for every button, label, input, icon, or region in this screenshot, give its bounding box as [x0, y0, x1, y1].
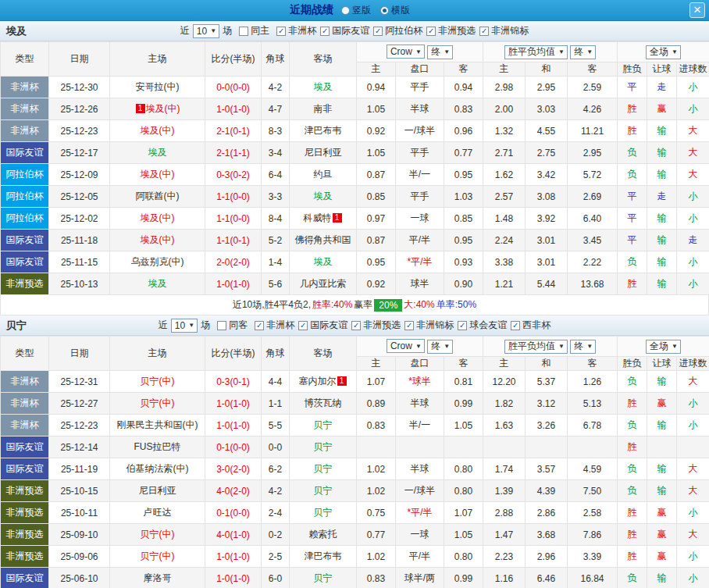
vertical-layout-radio[interactable]: 竖版 — [341, 4, 371, 17]
wdl-final-select[interactable]: 终▼ — [570, 45, 596, 59]
date-cell: 25-12-27 — [49, 393, 110, 415]
date-cell: 25-11-18 — [49, 230, 110, 251]
col-score: 比分(半场) — [205, 42, 262, 77]
avg-draw-cell: 5.37 — [526, 371, 568, 393]
away-team-cell: 尼日利亚 — [290, 142, 357, 164]
type-cell: 非洲预选 — [1, 480, 49, 502]
scope-select[interactable]: 全场▼ — [646, 45, 681, 59]
competition-checkbox[interactable]: ✓非洲预选 — [351, 319, 401, 332]
team-name: 贝宁 — [6, 319, 27, 333]
home-team-cell: 埃及(中) — [110, 120, 205, 142]
chevron-down-icon: ▼ — [444, 343, 450, 350]
competition-checkbox[interactable]: ✓非洲锦标 — [404, 319, 454, 332]
avg-away-cell: 11.21 — [568, 120, 618, 142]
goals-result-cell: 小 — [677, 208, 709, 230]
goals-result-cell: 小 — [677, 77, 709, 98]
competition-checkbox[interactable]: ✓非洲杯 — [276, 24, 316, 37]
competition-checkbox[interactable]: ✓非洲杯 — [255, 319, 294, 332]
competition-checkbox[interactable]: ✓非洲预选 — [426, 24, 476, 37]
away-odds-cell: 0.85 — [444, 208, 483, 230]
match-count-select[interactable]: 10 ▼ — [193, 24, 219, 38]
date-cell: 25-09-06 — [49, 546, 110, 568]
away-odds-cell: 1.05 — [444, 415, 483, 437]
bookmaker-select[interactable]: Crow▼ — [387, 45, 425, 59]
type-cell: 非洲杯 — [1, 120, 49, 142]
home-odds-cell: 0.89 — [357, 393, 396, 415]
avg-home-cell: 1.32 — [483, 120, 526, 142]
match-count-select[interactable]: 10 ▼ — [171, 319, 198, 333]
col-date: 日期 — [49, 337, 110, 371]
wdl-result-cell: 负 — [618, 371, 647, 393]
away-odds-cell: 1.07 — [444, 502, 483, 524]
score-cell: 0-0(0-0) — [205, 77, 262, 98]
match-row: 非洲预选25-10-15尼日利亚4-0(2-0)4-2贝宁1.02一/球半0.8… — [1, 480, 709, 502]
goals-result-cell: 小 — [677, 502, 709, 524]
unit-label: 场 — [201, 319, 210, 332]
competition-checkbox[interactable]: ✓国际友谊 — [298, 319, 347, 332]
home-team-cell: 安哥拉(中) — [110, 77, 205, 98]
wdl-final-select[interactable]: 终▼ — [570, 340, 596, 354]
home-odds-cell: 0.83 — [357, 415, 396, 437]
scope-select[interactable]: 全场▼ — [646, 340, 681, 354]
away-odds-cell: 0.81 — [444, 371, 483, 393]
avg-home-cell: 2.88 — [483, 502, 526, 524]
competition-checkbox[interactable]: ✓球会友谊 — [458, 319, 507, 332]
handicap-result-cell: 输 — [647, 458, 677, 480]
competition-checkbox[interactable]: ✓国际友谊 — [320, 24, 369, 37]
same-venue-checkbox[interactable]: 同客 — [217, 319, 248, 332]
handicap-cell: *平/半 — [396, 251, 444, 273]
sub-wdl: 胜负 — [618, 357, 647, 371]
close-button[interactable]: ✕ — [689, 2, 705, 18]
wdl-result-cell: 胜 — [618, 393, 647, 415]
wdl-result-cell: 胜 — [618, 437, 647, 458]
avg-away-cell: 4.26 — [568, 98, 618, 120]
competition-checkbox[interactable]: ✓非洲锦标 — [479, 24, 529, 37]
checkbox-icon — [217, 321, 226, 330]
corner-cell: 6-2 — [262, 458, 290, 480]
avg-draw-cell: 3.92 — [526, 208, 568, 230]
handicap-cell: 球半 — [396, 273, 444, 295]
horizontal-layout-radio[interactable]: 横版 — [380, 4, 410, 17]
competition-filters: ✓非洲杯✓国际友谊✓阿拉伯杯✓非洲预选✓非洲锦标 — [273, 24, 529, 37]
sub-let: 让球 — [647, 357, 677, 371]
type-cell: 国际友谊 — [1, 251, 49, 273]
handicap-result-cell: 走 — [647, 77, 677, 98]
score-cell: 1-0(1-0) — [205, 415, 262, 437]
score-cell: 2-1(1-1) — [205, 142, 262, 164]
handicap-cell: 半/一 — [396, 415, 444, 437]
checkbox-icon: ✓ — [404, 321, 414, 330]
away-odds-cell: 0.95 — [444, 230, 483, 251]
handicap-cell: 平手 — [396, 186, 444, 208]
wdl-result-cell: 平 — [618, 208, 647, 230]
wdl-result-cell: 平 — [618, 230, 647, 251]
section-header-bar: 埃及 近 10 ▼ 场 同主 ✓非洲杯✓国际友谊✓阿拉伯杯✓非洲预选✓非洲锦标 — [0, 21, 709, 41]
competition-checkbox[interactable]: ✓西非杯 — [511, 319, 550, 332]
avg-away-cell: 3.45 — [568, 230, 618, 251]
corner-cell: 6-4 — [262, 164, 290, 186]
handicap-cell: 球半/两 — [396, 568, 444, 588]
checkbox-icon: ✓ — [255, 321, 264, 330]
handicap-result-cell: 赢 — [647, 502, 677, 524]
wdl-avg-select[interactable]: 胜平负均值▼ — [504, 45, 568, 59]
competition-label: 非洲杯 — [266, 319, 294, 332]
away-team-cell: 科威特1 — [290, 208, 357, 230]
date-cell: 25-12-23 — [49, 415, 110, 437]
avg-away-cell: 2.22 — [568, 251, 618, 273]
avg-home-cell: 2.24 — [483, 230, 526, 251]
same-venue-checkbox[interactable]: 同主 — [239, 24, 269, 37]
goals-result-cell: 大 — [677, 458, 709, 480]
final-odds-select[interactable]: 终▼ — [427, 45, 453, 59]
away-odds-cell: 0.90 — [444, 273, 483, 295]
final-odds-select[interactable]: 终▼ — [427, 340, 453, 354]
score-cell: 0-1(0-0) — [205, 502, 262, 524]
date-cell: 25-11-15 — [49, 251, 110, 273]
bookmaker-select[interactable]: Crow▼ — [387, 339, 425, 353]
wdl-avg-select[interactable]: 胜平负均值▼ — [504, 340, 568, 354]
home-team-cell: 埃及(中) — [110, 230, 205, 251]
competition-checkbox[interactable]: ✓阿拉伯杯 — [373, 24, 422, 37]
sub-away-odds: 客 — [444, 357, 483, 371]
type-cell: 非洲预选 — [1, 273, 49, 295]
handicap-result-cell: 输 — [647, 208, 677, 230]
sub-goals: 进球数 — [677, 357, 709, 371]
avg-draw-cell: 3.03 — [526, 98, 568, 120]
